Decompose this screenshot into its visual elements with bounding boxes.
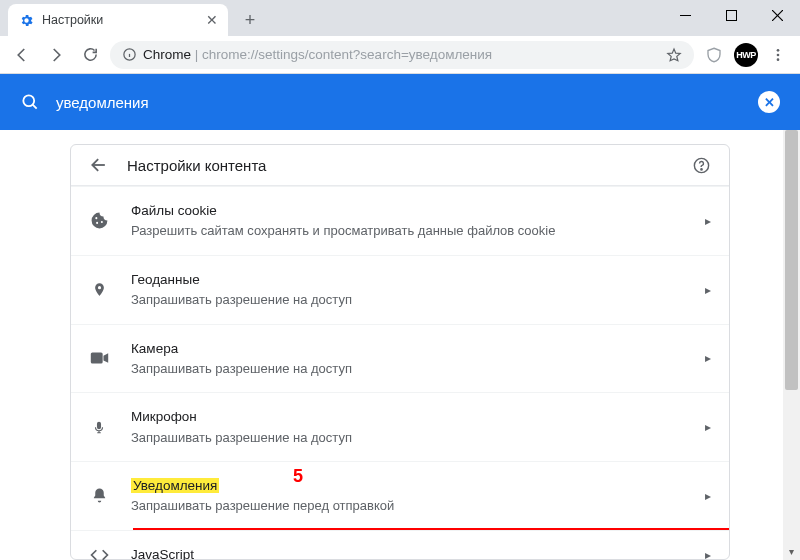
row-camera[interactable]: Камера Запрашивать разрешение на доступ … [71, 324, 729, 393]
tab-title: Настройки [42, 13, 198, 27]
row-content: Уведомления Запрашивать разрешение перед… [131, 476, 683, 516]
shield-icon[interactable] [700, 41, 728, 69]
row-desc: Разрешить сайтам сохранять и просматрива… [131, 221, 683, 241]
row-title: Микрофон [131, 409, 197, 424]
reload-button[interactable] [76, 41, 104, 69]
row-content: Микрофон Запрашивать разрешение на досту… [131, 407, 683, 447]
row-content: Геоданные Запрашивать разрешение на дост… [131, 270, 683, 310]
row-title: Файлы cookie [131, 203, 217, 218]
vertical-scrollbar[interactable]: ▴ ▾ [783, 130, 800, 560]
browser-toolbar: Chrome | chrome://settings/content?searc… [0, 36, 800, 74]
chevron-right-icon: ▸ [705, 420, 711, 434]
minimize-button[interactable] [662, 0, 708, 30]
row-desc: Запрашивать разрешение на доступ [131, 359, 683, 379]
site-info-icon[interactable] [122, 47, 137, 62]
row-desc: Запрашивать разрешение перед отправкой [131, 496, 683, 516]
row-desc: Запрашивать разрешение на доступ [131, 290, 683, 310]
row-desc: Запрашивать разрешение на доступ [131, 428, 683, 448]
row-title: Камера [131, 341, 178, 356]
svg-point-15 [96, 222, 98, 224]
svg-point-8 [777, 53, 780, 56]
settings-search-input[interactable] [56, 94, 742, 111]
chevron-right-icon: ▸ [705, 548, 711, 560]
svg-rect-17 [90, 353, 102, 364]
settings-search-header: ✕ [0, 74, 800, 130]
svg-point-9 [777, 58, 780, 61]
svg-point-14 [95, 217, 97, 219]
back-arrow-icon[interactable] [89, 155, 109, 175]
content-settings-card: Настройки контента Файлы cookie Разрешит… [70, 144, 730, 560]
scroll-down-arrow[interactable]: ▾ [783, 543, 800, 560]
clear-search-button[interactable]: ✕ [758, 91, 780, 113]
card-header: Настройки контента [71, 145, 729, 186]
location-icon [89, 280, 109, 299]
svg-point-7 [777, 49, 780, 52]
row-title: JavaScript [131, 547, 194, 560]
row-notifications[interactable]: Уведомления Запрашивать разрешение перед… [71, 461, 729, 530]
forward-button[interactable] [42, 41, 70, 69]
browser-titlebar: Настройки ✕ + [0, 0, 800, 36]
menu-button[interactable] [764, 41, 792, 69]
search-icon [20, 92, 40, 112]
gear-icon [18, 12, 34, 28]
row-microphone[interactable]: Микрофон Запрашивать разрешение на досту… [71, 392, 729, 461]
annotation-number: 5 [293, 466, 303, 487]
help-icon[interactable] [692, 156, 711, 175]
maximize-button[interactable] [708, 0, 754, 30]
chevron-right-icon: ▸ [705, 489, 711, 503]
camera-icon [89, 351, 109, 365]
content-viewport: Настройки контента Файлы cookie Разрешит… [0, 130, 800, 560]
row-title: Геоданные [131, 272, 200, 287]
scroll-thumb[interactable] [785, 130, 798, 390]
chevron-right-icon: ▸ [705, 351, 711, 365]
close-window-button[interactable] [754, 0, 800, 30]
cookie-icon [89, 211, 109, 230]
row-title: Уведомления [131, 478, 219, 493]
microphone-icon [89, 418, 109, 437]
chevron-right-icon: ▸ [705, 214, 711, 228]
code-icon [89, 548, 109, 560]
svg-point-13 [701, 168, 702, 169]
svg-point-16 [100, 221, 102, 223]
url-text: Chrome | chrome://settings/content?searc… [143, 47, 660, 62]
profile-avatar[interactable]: HWP [734, 43, 758, 67]
new-tab-button[interactable]: + [236, 6, 264, 34]
row-content: Файлы cookie Разрешить сайтам сохранять … [131, 201, 683, 241]
chevron-right-icon: ▸ [705, 283, 711, 297]
svg-line-11 [33, 105, 37, 109]
row-location[interactable]: Геоданные Запрашивать разрешение на дост… [71, 255, 729, 324]
bookmark-icon[interactable] [666, 47, 682, 63]
card-title: Настройки контента [127, 157, 674, 174]
back-button[interactable] [8, 41, 36, 69]
row-content: Камера Запрашивать разрешение на доступ [131, 339, 683, 379]
window-controls [662, 0, 800, 30]
svg-rect-1 [726, 10, 736, 20]
svg-point-10 [23, 95, 34, 106]
row-javascript[interactable]: JavaScript ▸ [71, 530, 729, 560]
address-bar[interactable]: Chrome | chrome://settings/content?searc… [110, 41, 694, 69]
bell-icon [89, 486, 109, 505]
row-cookies[interactable]: Файлы cookie Разрешить сайтам сохранять … [71, 186, 729, 255]
row-content: JavaScript [131, 545, 683, 560]
browser-tab[interactable]: Настройки ✕ [8, 4, 228, 36]
close-tab-icon[interactable]: ✕ [206, 13, 218, 27]
